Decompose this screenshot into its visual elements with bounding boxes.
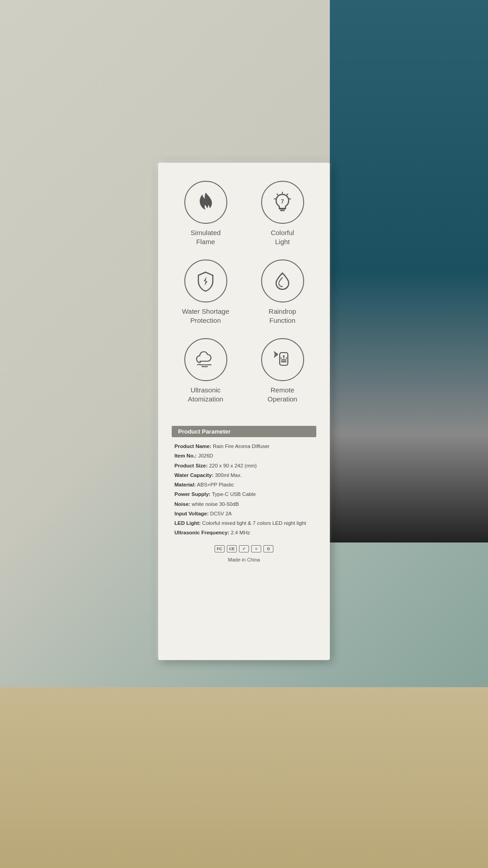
- svg-point-13: [283, 355, 285, 357]
- water-shortage-label: Water ShortageProtection: [182, 307, 230, 325]
- colorful-light-icon-circle: 7: [261, 181, 304, 224]
- product-parameter-header: Product Parameter: [172, 426, 316, 437]
- param-key-water-capacity: Water Capacity:: [174, 472, 214, 478]
- param-material: Material: ABS+PP Plastic: [174, 480, 314, 490]
- desk-surface: [0, 687, 488, 868]
- param-value-ultrasonic-freq: 2.4 MHz: [231, 530, 250, 535]
- ultrasonic-label: UltrasonicAtomization: [188, 386, 223, 403]
- svg-rect-0: [279, 208, 286, 210]
- param-water-capacity: Water Capacity: 300ml Max.: [174, 471, 314, 480]
- remote-label: RemoteOperation: [267, 386, 297, 403]
- param-size: Product Size: 220 x 90 x 242 (mm): [174, 461, 314, 471]
- svg-text:7: 7: [281, 198, 284, 205]
- svg-line-4: [287, 194, 288, 195]
- raindrop-icon: [271, 269, 294, 293]
- param-key-ultrasonic-freq: Ultrasonic Frequency:: [174, 530, 229, 535]
- param-led-light: LED Light: Colorful mixed light & 7 colo…: [174, 519, 314, 528]
- param-item-no: Item No.: J026D: [174, 451, 314, 461]
- param-value-water-capacity: 300ml Max.: [215, 472, 242, 478]
- lightbulb-icon: 7: [271, 191, 294, 214]
- simulated-flame-icon-circle: [184, 181, 227, 224]
- feature-water-shortage: Water ShortageProtection: [172, 259, 239, 325]
- raindrop-label: RaindropFunction: [269, 307, 296, 325]
- remote-icon: [271, 348, 294, 372]
- param-key-power-supply: Power Supply:: [174, 491, 211, 497]
- param-noise: Noise: white noise 30-50dB: [174, 500, 314, 509]
- param-value-led-light: Colorful mixed light & 7 colors LED nigh…: [202, 520, 306, 526]
- simulated-flame-label: SimulatedFlame: [191, 228, 221, 246]
- param-key-size: Product Size:: [174, 463, 207, 468]
- cert-ce: CE: [227, 545, 237, 552]
- param-value-input-voltage: DC5V 2A: [210, 511, 232, 516]
- monitor-background: [330, 0, 488, 542]
- certification-row: FC CE ✓ ≡ ⊙ Made in China: [172, 545, 316, 562]
- svg-point-14: [281, 357, 282, 359]
- cert-fc: FC: [215, 545, 225, 552]
- param-value-noise: white noise 30-50dB: [192, 501, 239, 507]
- cert-check: ✓: [239, 545, 249, 552]
- raindrop-icon-circle: [261, 259, 304, 302]
- feature-simulated-flame: SimulatedFlame: [172, 181, 239, 246]
- svg-line-6: [277, 194, 278, 195]
- param-value-size: 220 x 90 x 242 (mm): [209, 463, 257, 468]
- feature-colorful-light: 7 ColorfulLight: [249, 181, 316, 246]
- product-parameter-list: Product Name: Rain Fire Aroma Diffuser I…: [172, 442, 316, 538]
- cert-lines: ≡: [251, 545, 261, 552]
- feature-remote: RemoteOperation: [249, 338, 316, 403]
- svg-rect-17: [281, 359, 286, 361]
- ultrasonic-icon-circle: [184, 338, 227, 381]
- svg-point-16: [286, 357, 287, 359]
- feature-ultrasonic: UltrasonicAtomization: [172, 338, 239, 403]
- water-shortage-icon-circle: [184, 259, 227, 302]
- remote-icon-circle: [261, 338, 304, 381]
- svg-rect-1: [280, 210, 285, 211]
- param-key-product-name: Product Name:: [174, 443, 211, 449]
- made-in-china-label: Made in China: [228, 557, 260, 562]
- product-parameter-section: Product Parameter Product Name: Rain Fir…: [172, 426, 316, 562]
- param-value-product-name: Rain Fire Aroma Diffuser: [213, 443, 270, 449]
- param-key-input-voltage: Input Voltage:: [174, 511, 209, 516]
- param-key-noise: Noise:: [174, 501, 190, 507]
- param-value-material: ABS+PP Plastic: [197, 482, 234, 487]
- svg-point-15: [283, 357, 285, 359]
- param-ultrasonic-freq: Ultrasonic Frequency: 2.4 MHz: [174, 528, 314, 538]
- param-input-voltage: Input Voltage: DC5V 2A: [174, 509, 314, 519]
- shield-lightning-icon: [194, 269, 217, 293]
- cloud-mist-icon: [194, 348, 217, 372]
- cert-icons: FC CE ✓ ≡ ⊙: [215, 545, 274, 552]
- param-product-name: Product Name: Rain Fire Aroma Diffuser: [174, 442, 314, 451]
- param-key-item-no: Item No.:: [174, 453, 197, 458]
- flame-icon: [194, 191, 217, 214]
- param-key-led-light: LED Light:: [174, 520, 201, 526]
- cert-circle: ⊙: [263, 545, 273, 552]
- param-value-power-supply: Type-C USB Cable: [212, 491, 256, 497]
- param-power-supply: Power Supply: Type-C USB Cable: [174, 490, 314, 499]
- param-value-item-no: J026D: [198, 453, 213, 458]
- param-key-material: Material:: [174, 482, 196, 487]
- colorful-light-label: ColorfulLight: [271, 228, 294, 246]
- feature-raindrop: RaindropFunction: [249, 259, 316, 325]
- svg-rect-18: [281, 361, 286, 363]
- svg-marker-8: [204, 277, 207, 286]
- product-box: SimulatedFlame 7: [158, 163, 330, 660]
- features-grid: SimulatedFlame 7: [172, 181, 316, 403]
- svg-rect-12: [280, 353, 288, 365]
